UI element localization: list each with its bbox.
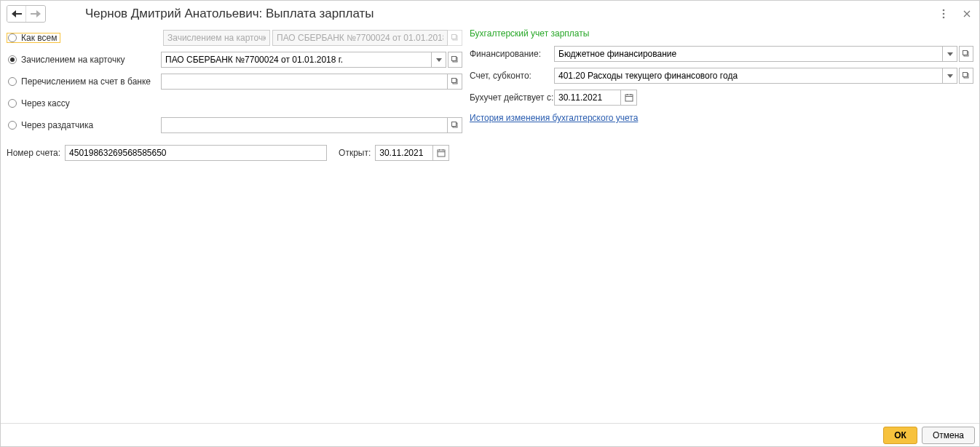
close-button[interactable] [960, 7, 973, 20]
svg-rect-10 [451, 122, 456, 127]
account-row: Номер счета: Открыт: [7, 145, 462, 161]
disabled-method-input [163, 30, 270, 46]
calendar-icon [437, 149, 446, 157]
open-icon [963, 50, 970, 58]
nav-buttons [7, 5, 46, 23]
radio-card-label: Зачислением на карточку [21, 55, 125, 65]
dropdown-button[interactable] [943, 46, 957, 62]
open-icon [451, 78, 459, 85]
svg-rect-18 [963, 73, 968, 77]
chevron-down-icon [947, 74, 953, 78]
open-icon [451, 56, 459, 63]
more-button[interactable] [937, 7, 950, 20]
radio-row-cash: Через кассу [7, 92, 462, 114]
bank-account-field [161, 74, 462, 90]
radio-all-label: Как всем [21, 33, 57, 43]
account-row: Счет, субконто: [470, 65, 973, 87]
date-picker-button[interactable] [433, 145, 449, 161]
date-picker-button[interactable] [621, 90, 637, 106]
account-opened-label: Открыт: [339, 148, 371, 158]
arrow-left-icon [12, 10, 22, 17]
header-controls [937, 7, 973, 20]
radio-row-bank: Перечислением на счет в банке [7, 71, 462, 92]
cancel-button[interactable]: Отмена [922, 427, 975, 444]
open-icon [451, 34, 459, 41]
disabled-method-field [163, 30, 462, 46]
left-pane: Как всем Зачислением на карточку [7, 27, 462, 161]
radio-row-all: Как всем [7, 27, 462, 49]
calendar-icon [625, 93, 633, 102]
card-bank-field [161, 52, 462, 68]
radio-bank[interactable]: Перечислением на счет в банке [7, 76, 161, 87]
account-opened-input[interactable] [375, 145, 433, 161]
radio-icon [8, 77, 17, 86]
chevron-down-icon [436, 58, 442, 62]
open-reference-button[interactable] [448, 117, 462, 133]
financing-field [554, 46, 973, 62]
open-reference-button[interactable] [448, 74, 462, 90]
disabled-bank-input [272, 30, 448, 46]
svg-rect-8 [451, 79, 456, 83]
radio-row-distributor: Через раздатчика [7, 114, 462, 136]
dropdown-button[interactable] [943, 68, 957, 84]
radio-all[interactable]: Как всем [7, 33, 60, 43]
svg-rect-6 [452, 57, 457, 61]
radio-icon [8, 99, 17, 108]
financing-input[interactable] [554, 46, 943, 62]
open-reference-button[interactable] [959, 68, 973, 84]
account-number-input[interactable] [65, 145, 327, 161]
open-icon [451, 122, 459, 129]
dropdown-button[interactable] [432, 52, 446, 68]
financing-row: Финансирование: [470, 43, 973, 65]
bank-account-input[interactable] [161, 74, 448, 90]
radio-cash-label: Через кассу [21, 98, 70, 108]
svg-rect-11 [438, 150, 445, 157]
close-icon [963, 10, 971, 17]
arrow-right-icon [31, 10, 41, 17]
more-vertical-icon [942, 9, 945, 19]
forward-button [26, 6, 45, 22]
account-number-label: Номер счета: [7, 148, 60, 158]
card-bank-input[interactable] [161, 52, 432, 68]
account-label: Счет, субконто: [470, 71, 554, 81]
radio-row-card: Зачислением на карточку [7, 49, 462, 71]
history-link[interactable]: История изменения бухгалтерского учета [470, 113, 638, 123]
radio-distributor-label: Через раздатчика [21, 120, 93, 130]
radio-cash[interactable]: Через кассу [7, 98, 161, 108]
header: Чернов Дмитрий Анатольевич: Выплата зарп… [1, 1, 979, 27]
payment-method-group: Как всем Зачислением на карточку [7, 27, 462, 136]
radio-bank-label: Перечислением на счет в банке [21, 76, 151, 87]
svg-rect-19 [625, 95, 633, 101]
radio-icon [8, 55, 17, 64]
page-title: Чернов Дмитрий Анатольевич: Выплата зарп… [85, 7, 937, 21]
effective-date-input[interactable] [554, 90, 621, 106]
right-pane: Бухгалтерский учет зарплаты Финансирован… [462, 27, 973, 161]
open-reference-button[interactable] [959, 46, 973, 62]
account-subconto-input[interactable] [554, 68, 943, 84]
content: Как всем Зачислением на карточку [1, 27, 979, 161]
accounting-section-title: Бухгалтерский учет зарплаты [470, 28, 973, 39]
financing-label: Финансирование: [470, 49, 554, 59]
svg-rect-16 [963, 51, 968, 55]
effective-date-row: Бухучет действует с: [470, 87, 973, 108]
footer: ОК Отмена [1, 423, 979, 446]
svg-point-1 [943, 13, 945, 15]
radio-card[interactable]: Зачислением на карточку [7, 55, 161, 65]
open-reference-button-disabled [448, 30, 462, 46]
svg-point-0 [943, 9, 945, 12]
svg-rect-4 [451, 35, 456, 39]
back-button[interactable] [7, 6, 26, 22]
account-field [554, 68, 973, 84]
open-reference-button[interactable] [448, 52, 462, 68]
radio-icon [8, 121, 17, 130]
svg-point-2 [943, 17, 945, 19]
distributor-input[interactable] [161, 117, 448, 133]
distributor-field [161, 117, 462, 133]
open-icon [963, 72, 970, 79]
chevron-down-icon [947, 52, 953, 56]
ok-button[interactable]: ОК [883, 427, 917, 444]
radio-icon [8, 33, 17, 42]
radio-distributor[interactable]: Через раздатчика [7, 120, 161, 130]
effective-date-label: Бухучет действует с: [470, 92, 554, 103]
